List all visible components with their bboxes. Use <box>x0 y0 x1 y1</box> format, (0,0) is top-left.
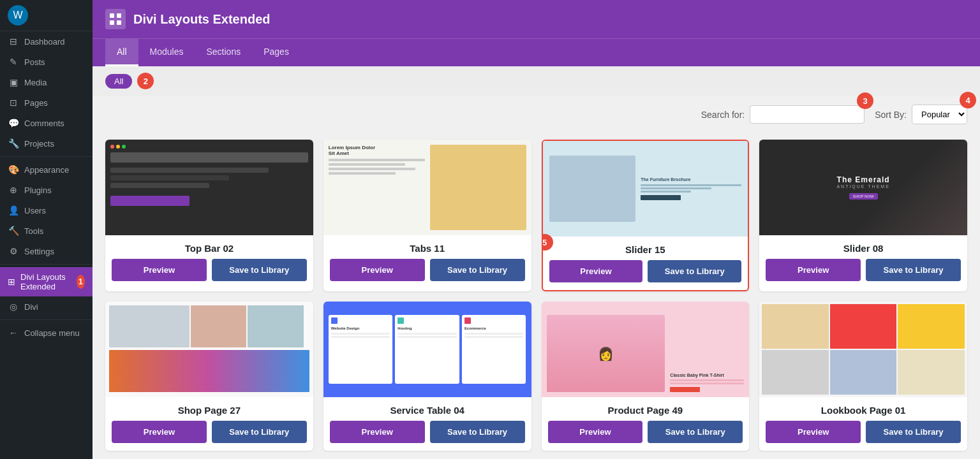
thumb-slider15: The Furniture Brochure <box>543 141 748 237</box>
cards-grid: Top Bar 02 Preview Save to Library Lorem… <box>105 140 967 451</box>
dashboard-icon: ⊟ <box>8 36 19 47</box>
pages-icon: ⊡ <box>8 98 19 108</box>
sidebar-item-pages[interactable]: ⊡ Pages <box>0 92 93 113</box>
save-button-slider-08[interactable]: Save to Library <box>866 259 961 281</box>
preview-button-slider-08[interactable]: Preview <box>766 259 861 281</box>
slider15-line-1 <box>641 184 741 186</box>
sidebar-item-divi-layouts[interactable]: ⊞ Divi Layouts Extended 1 <box>0 267 93 296</box>
sidebar-divider-2 <box>0 264 93 265</box>
save-button-slider-15[interactable]: Save to Library <box>648 260 741 282</box>
sidebar-item-divi[interactable]: ◎ Divi <box>0 296 93 317</box>
thumb-product: 👩 Classic Baby Pink T-Shirt <box>542 302 750 397</box>
thumb-slider08: The Emerald ANTIQUE THEME SHOP NOW <box>759 140 967 235</box>
wordpress-icon: W <box>8 5 28 26</box>
slider08-bg: The Emerald ANTIQUE THEME SHOP NOW <box>759 140 967 235</box>
service-card-2: Hosting <box>395 315 459 383</box>
service-card-3: Ecommerce <box>462 315 526 383</box>
posts-icon: ✎ <box>8 57 19 67</box>
sidebar-item-label: Comments <box>24 119 64 128</box>
sidebar-item-plugins[interactable]: ⊕ Plugins <box>0 180 93 200</box>
slider15-img <box>549 156 636 222</box>
preview-button-top-bar-02[interactable]: Preview <box>112 259 207 281</box>
projects-icon: 🔧 <box>8 138 19 149</box>
sidebar-item-label: Pages <box>24 98 48 108</box>
sort-select[interactable]: Popular Newest Oldest <box>912 105 967 124</box>
card-actions-slider-15: Preview Save to Library <box>543 260 748 290</box>
card-service-04: Website Design Hosting Ecommer <box>323 302 531 451</box>
tab-all[interactable]: All <box>105 39 138 66</box>
preview-button-product-49[interactable]: Preview <box>548 421 643 443</box>
sidebar-item-label: Dashboard <box>24 37 65 47</box>
sidebar-item-label: Media <box>24 78 47 87</box>
card-thumbnail-top-bar-02 <box>105 140 313 235</box>
card-title-top-bar-02: Top Bar 02 <box>105 235 313 259</box>
sidebar-item-dashboard[interactable]: ⊟ Dashboard <box>0 31 93 52</box>
card-thumbnail-product-49: 👩 Classic Baby Pink T-Shirt <box>542 302 750 397</box>
sidebar-item-appearance[interactable]: 🎨 Appearance <box>0 159 93 180</box>
service-card-1: Website Design <box>329 315 393 383</box>
sidebar-item-posts[interactable]: ✎ Posts <box>0 52 93 72</box>
shop-item-1 <box>109 305 189 347</box>
card-slider-08: The Emerald ANTIQUE THEME SHOP NOW Slide… <box>759 140 967 291</box>
tab-sections[interactable]: Sections <box>195 39 252 66</box>
preview-button-slider-15[interactable]: Preview <box>549 260 643 282</box>
preview-button-shop-27[interactable]: Preview <box>112 421 207 443</box>
save-button-top-bar-02[interactable]: Save to Library <box>212 259 307 281</box>
service-line-4 <box>397 336 457 338</box>
card-product-49: 👩 Classic Baby Pink T-Shirt Product Page… <box>542 302 750 451</box>
divi-icon: ◎ <box>8 302 19 312</box>
product-line-2 <box>670 382 744 384</box>
save-button-service-04[interactable]: Save to Library <box>430 421 525 443</box>
save-button-shop-27[interactable]: Save to Library <box>212 421 307 443</box>
comments-icon: 💬 <box>8 118 19 128</box>
product-title: Classic Baby Pink T-Shirt <box>670 373 744 377</box>
topbar-btn <box>110 196 189 206</box>
card-top-bar-02: Top Bar 02 Preview Save to Library <box>105 140 313 291</box>
topbar-line-3 <box>110 183 209 188</box>
plugin-title: Divi Layouts Extended <box>133 12 271 27</box>
svg-rect-3 <box>117 20 121 25</box>
tab-pages[interactable]: Pages <box>252 39 301 66</box>
service-line-2 <box>331 336 390 338</box>
dot-red <box>110 145 114 149</box>
sidebar-item-projects[interactable]: 🔧 Projects <box>0 133 93 154</box>
filter-all[interactable]: All <box>105 74 132 89</box>
card-slider-15: 5 The Furniture Brochure Slider 15 <box>542 140 750 291</box>
sidebar-item-users[interactable]: 👤 Users <box>0 200 93 221</box>
shop-item-4 <box>109 350 309 392</box>
topbar-line-1 <box>110 168 269 173</box>
save-button-tabs-11[interactable]: Save to Library <box>430 259 525 281</box>
thumb-tabs-left: Lorem Ipsum DolorSit Amet <box>329 145 425 230</box>
tab-modules[interactable]: Modules <box>138 39 195 66</box>
product-person-img: 👩 <box>547 315 665 392</box>
search-input[interactable] <box>750 105 865 124</box>
thumb-tabs-line-3 <box>329 168 415 170</box>
main-content: Divi Layouts Extended All Modules Sectio… <box>93 0 980 459</box>
service-icon-2 <box>397 317 404 324</box>
save-button-lookbook-01[interactable]: Save to Library <box>866 421 961 443</box>
sidebar-item-comments[interactable]: 💬 Comments <box>0 113 93 133</box>
sidebar-badge-1: 1 <box>77 275 85 289</box>
preview-button-service-04[interactable]: Preview <box>330 421 425 443</box>
dot-yellow <box>116 145 120 149</box>
sidebar-item-label: Posts <box>24 57 45 67</box>
card-actions-lookbook-01: Preview Save to Library <box>759 421 967 451</box>
sidebar-item-collapse[interactable]: ← Collapse menu <box>0 323 93 343</box>
product-info: Classic Baby Pink T-Shirt <box>670 373 744 392</box>
sidebar: W ⊟ Dashboard ✎ Posts ▣ Media ⊡ Pages 💬 … <box>0 0 93 459</box>
preview-button-tabs-11[interactable]: Preview <box>330 259 425 281</box>
sidebar-item-label: Plugins <box>24 186 52 195</box>
card-title-lookbook-01: Lookbook Page 01 <box>759 397 967 421</box>
service-line-6 <box>464 336 524 338</box>
slider08-title: The Emerald <box>836 175 889 184</box>
sidebar-item-media[interactable]: ▣ Media <box>0 72 93 92</box>
badge-3: 3 <box>857 92 873 109</box>
thumb-tabs-line-4 <box>329 172 396 175</box>
plugin-header: Divi Layouts Extended <box>93 0 980 38</box>
sidebar-item-tools[interactable]: 🔨 Tools <box>0 221 93 241</box>
preview-button-lookbook-01[interactable]: Preview <box>766 421 861 443</box>
sidebar-item-settings[interactable]: ⚙ Settings <box>0 241 93 261</box>
save-button-product-49[interactable]: Save to Library <box>648 421 743 443</box>
badge-4: 4 <box>960 92 976 108</box>
sidebar-item-label: Projects <box>24 139 54 149</box>
